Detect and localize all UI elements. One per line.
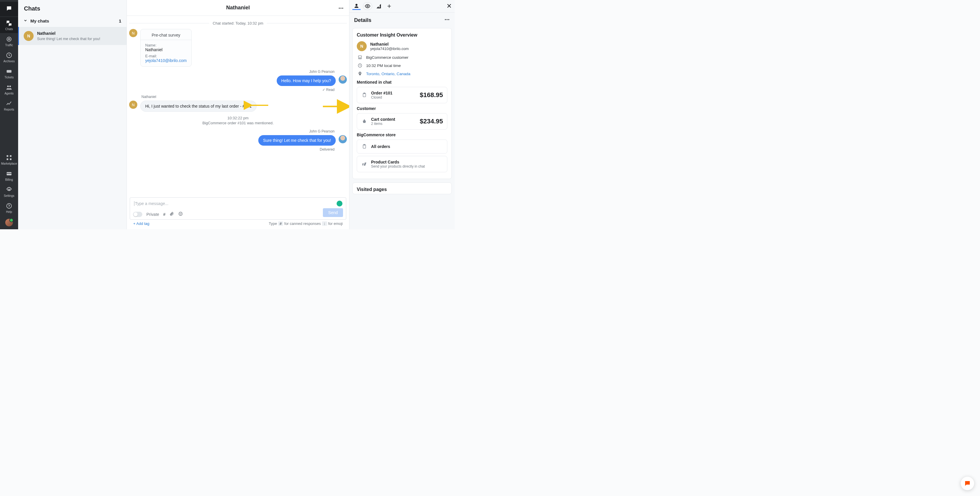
svg-point-5 [10, 86, 11, 88]
svg-point-16 [342, 8, 343, 8]
message-bubble: Sure thing! Let me check that for you! [258, 135, 336, 146]
chat-list-title: Chats [18, 0, 127, 15]
avatar: N [129, 29, 137, 37]
chevron-down-icon [23, 18, 27, 23]
svg-point-20 [180, 213, 180, 214]
nav-agents[interactable]: Agents [0, 81, 18, 97]
product-cards-tile[interactable]: Product Cards Send your products directl… [357, 156, 447, 172]
emoji-icon[interactable] [178, 211, 183, 217]
details-panel: ✕ Details Customer Insight Overview N Na… [350, 0, 455, 229]
chat-group-mychats[interactable]: My chats 1 [18, 15, 127, 27]
nav-billing[interactable]: Billing [0, 167, 18, 183]
customer-name: Nathaniel [370, 42, 409, 46]
avatar: N [129, 100, 137, 109]
sender-label: John G Pearson [129, 129, 334, 133]
nav-tickets[interactable]: Tickets [0, 65, 18, 81]
close-icon[interactable]: ✕ [447, 2, 452, 10]
more-icon[interactable] [444, 17, 450, 24]
left-rail: Chats Traffic Archives Tickets Agents Re… [0, 0, 18, 229]
svg-point-1 [7, 37, 11, 41]
clock-icon [357, 62, 363, 69]
location-icon [357, 70, 363, 77]
svg-point-15 [340, 8, 341, 8]
nav-reports[interactable]: Reports [0, 97, 18, 113]
svg-point-13 [7, 204, 12, 209]
conversation-title: Nathaniel [226, 5, 250, 11]
order-tile[interactable]: Order #101 Closed $168.95 [357, 87, 447, 103]
svg-rect-9 [10, 158, 12, 160]
current-user-avatar[interactable] [5, 219, 13, 226]
attachment-icon[interactable] [169, 211, 174, 217]
message-composer[interactable]: Type a message... Private # Send [130, 198, 346, 220]
svg-rect-8 [7, 158, 8, 160]
svg-point-24 [445, 19, 446, 20]
tab-customer[interactable] [352, 2, 361, 10]
details-tabs: ✕ [350, 0, 455, 13]
cart-price: $234.95 [420, 118, 443, 125]
tab-visibility[interactable] [363, 2, 372, 10]
nav-marketplace[interactable]: Marketplace [0, 152, 18, 167]
message-bubble: Hi, I just wanted to check the status of… [140, 100, 256, 112]
nav-settings[interactable]: Settings [0, 183, 18, 200]
svg-point-4 [7, 86, 9, 88]
chat-list-item[interactable]: N Nathaniel Sure thing! Let me check tha… [18, 27, 127, 45]
annotation-arrow [249, 102, 269, 110]
private-toggle[interactable] [133, 212, 142, 217]
svg-point-19 [179, 212, 182, 215]
order-price: $168.95 [420, 91, 443, 99]
sender-label: John G Pearson [129, 70, 334, 74]
svg-point-22 [356, 4, 358, 6]
svg-rect-6 [7, 155, 8, 157]
annotation-arrow [322, 101, 349, 113]
cart-tile[interactable]: Cart content 2 items $234.95 [357, 113, 447, 129]
tab-add[interactable] [385, 2, 393, 10]
message-bubble: Hello. How may I help you? [277, 75, 336, 86]
basket-icon [361, 118, 368, 124]
customer-section: Customer [357, 106, 447, 111]
tab-bigcommerce[interactable] [375, 2, 383, 10]
chat-item-name: Nathaniel [37, 31, 100, 36]
location-link[interactable]: Toronto, Ontario, Canada [366, 72, 410, 76]
nav-traffic[interactable]: Traffic [0, 33, 18, 49]
hash-icon[interactable]: # [163, 212, 165, 217]
nav-help[interactable]: Help [0, 200, 18, 216]
clipboard-icon [361, 143, 368, 150]
clipboard-icon [361, 92, 368, 98]
nav-chats[interactable]: Chats [0, 17, 18, 33]
grammarly-icon[interactable] [337, 201, 342, 206]
store-section: BigCommerce store [357, 132, 447, 137]
system-event: 10:32:22 pm BigCommerce order #101 was m… [129, 116, 347, 125]
svg-point-0 [8, 38, 10, 40]
more-icon[interactable] [338, 5, 344, 13]
composer-placeholder: Type a message... [134, 201, 168, 206]
details-title: Details [354, 17, 371, 23]
store-icon [357, 54, 363, 61]
conversation-panel: Nathaniel Chat started: Today, 10:32 pm … [127, 0, 350, 229]
nav-archives[interactable]: Archives [0, 49, 18, 65]
svg-rect-7 [10, 155, 12, 157]
conversation-header: Nathaniel [127, 0, 349, 16]
visited-pages-card: Visited pages [352, 182, 452, 194]
app-logo[interactable] [0, 2, 18, 16]
svg-rect-11 [7, 173, 12, 174]
svg-point-14 [339, 8, 340, 8]
customer-email: yejola7410@ibrilo.com [370, 46, 409, 51]
delivered-status: Delivered [129, 147, 334, 152]
avatar: N [24, 31, 33, 41]
chat-start-divider: Chat started: Today, 10:32 pm [129, 21, 347, 26]
survey-email-link[interactable]: yejola7410@ibrilo.com [145, 58, 187, 63]
avatar: N [357, 41, 367, 51]
tag-icon [361, 161, 368, 167]
send-button[interactable]: Send [323, 208, 343, 217]
chat-list-panel: Chats My chats 1 N Nathaniel Sure thing!… [18, 0, 127, 229]
add-tag-link[interactable]: + Add tag [133, 222, 149, 226]
all-orders-tile[interactable]: All orders [357, 139, 447, 153]
read-status: Read [129, 88, 334, 92]
svg-point-21 [181, 213, 181, 214]
agent-avatar [339, 135, 347, 143]
mentioned-section: Mentioned in chat [357, 80, 447, 85]
private-label: Private [146, 212, 159, 217]
agent-avatar [339, 75, 347, 84]
customer-insight-card: Customer Insight Overview N Nathaniel ye… [352, 28, 452, 179]
sender-label: Nathaniel [142, 95, 347, 99]
